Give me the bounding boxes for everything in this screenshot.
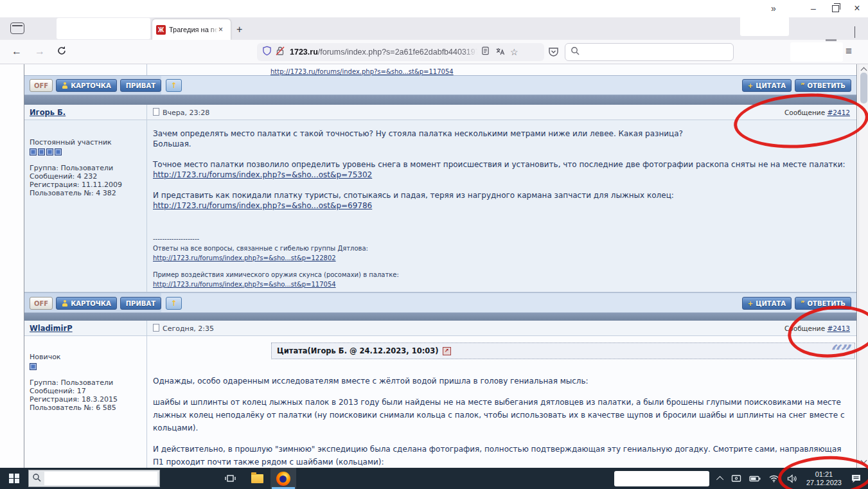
previous-post-tail: http://1723.ru/forums/index.php?s=&sho..… [24,64,856,75]
post-icon [153,108,159,116]
quote-title: Цитата(Игорь Б. @ 24.12.2023, 10:03) [277,346,439,355]
task-view-button[interactable] [217,468,244,489]
display-tray-icon[interactable] [731,474,741,483]
restore-button[interactable] [824,1,846,16]
quote-header: Цитата(Игорь Б. @ 24.12.2023, 10:03) ↗ “… [271,342,855,359]
new-tab-button[interactable]: + [236,24,242,35]
post-text: Зачем определять место палатки с такой т… [153,129,850,211]
close-button[interactable]: × [846,1,868,16]
text-line: Пример воздействия химического оружия ск… [153,271,399,278]
firefox-taskbar-button[interactable] [270,468,296,489]
post-toolbar-row: OFF КАРТОЧКА ПРИВАТ ↑ +ЦИТАТА ”ОТВЕТИТЬ [24,75,856,95]
windows-taskbar: 01:21 27.12.2023 [0,468,868,489]
minimize-button[interactable]: – [802,1,824,16]
post-link[interactable]: http://1723.ru/forums/index.php?s=&sho..… [153,201,372,210]
rank-pip-icon [46,148,53,156]
rank-pip-icon [55,148,62,156]
user-rank: Новичок [30,353,142,361]
redaction-mark [826,39,837,41]
page-viewport: http://1723.ru/forums/index.php?s=&sho..… [0,64,858,468]
card-button[interactable]: КАРТОЧКА [56,297,117,310]
list-all-tabs-icon[interactable] [855,26,855,38]
text-line: Ответы на все вопросы, связанные с гибел… [153,245,368,252]
quote-marks-icon: ” [801,300,805,307]
search-bar[interactable] [565,43,734,61]
plus-icon: + [748,300,753,307]
reload-icon[interactable] [57,46,67,58]
author-link[interactable]: Игорь Б. [30,108,66,117]
reader-mode-icon[interactable] [481,46,490,58]
tab-title: Трагедия на перевале Дятлов [169,26,218,33]
url-text: 1723.ru/forums/index.php?s=2a61fe62dabfb… [290,48,477,57]
off-button[interactable]: OFF [30,297,53,310]
text-line: шайбы и шплинты от колец лыжных палок в … [153,398,845,432]
post-toolbar-row: OFF КАРТОЧКА ПРИВАТ ↑ +ЦИТАТА ”ОТВЕТИТЬ [24,292,856,313]
post-link[interactable]: http://1723.ru/forums/index.php?s=&sho..… [153,170,372,179]
text-line: Однажды, особо одаренным исследователям … [153,377,589,386]
post2-body: Новичок Группа: ПользователиСообщений: 1… [24,336,856,468]
post-separator-bar [24,313,856,321]
scroll-top-button[interactable]: ↑ [166,79,182,92]
private-button[interactable]: ПРИВАТ [120,297,161,310]
card-button[interactable]: КАРТОЧКА [56,79,117,92]
windows-logo-icon [9,474,19,484]
post2-header: WladimirP Сегодня, 2:35 Сообщение #2413 [24,321,856,336]
text-line: Регистрация: 18.3.2015 [30,395,118,404]
post1-header: Игорь Б. Вчера, 23:28 Сообщение #2412 [24,105,856,120]
search-icon [571,46,580,58]
text-line: Зачем определять место палатки с такой т… [153,129,683,138]
scroll-top-button[interactable]: ↑ [166,297,182,310]
insecure-lock-icon[interactable] [276,46,285,58]
toolbar-overflow-button[interactable]: » [763,1,784,16]
rank-pip-icon [30,148,37,156]
taskbar-search-input[interactable] [44,472,157,485]
start-button[interactable] [0,468,28,489]
forum-topic-table: http://1723.ru/forums/index.php?s=&sho..… [24,64,857,468]
file-explorer-button[interactable] [244,468,270,489]
tray-expand-icon[interactable] [718,476,723,481]
post-link[interactable]: http://1723.ru/forums/index.php?s=&sho..… [153,254,336,262]
blank-tab-area [57,18,150,39]
pocket-icon[interactable] [548,46,559,60]
tab-close-icon[interactable]: × [218,25,223,34]
private-button[interactable]: ПРИВАТ [120,79,161,92]
firefox-view-icon[interactable] [10,22,24,34]
menu-icon[interactable]: ≡ [846,45,852,58]
tab-dyatlov-topic[interactable]: Ж Трагедия на перевале Дятлов × [152,19,231,40]
forward-icon[interactable]: → [35,46,45,57]
reply-button[interactable]: ”ОТВЕТИТЬ [795,79,851,92]
redacted-tray-area [614,471,709,486]
user-stats: Группа: ПользователиСообщений: 4 232Реги… [30,164,142,197]
search-icon [32,473,41,485]
text-line: Регистрация: 11.11.2009 [30,181,122,189]
user-rank: Постоянный участник [30,138,142,147]
post-date: Вчера, 23:28 [153,108,209,117]
snapback-icon[interactable]: ↗ [443,347,451,355]
post-link[interactable]: http://1723.ru/forums/index.php?s=&sho..… [153,281,336,288]
text-line: Точное место палатки позволило определит… [153,160,846,169]
rank-pip-icon [30,363,37,370]
url-bar[interactable]: 1723.ru/forums/index.php?s=2a61fe62dabfb… [257,43,544,61]
back-icon[interactable]: ← [12,46,22,57]
author-link[interactable]: WladimirP [30,324,73,333]
tracking-shield-icon[interactable] [262,46,272,58]
file-explorer-icon [251,474,263,483]
previous-post-usercol [24,64,147,75]
text-line: Группа: Пользователи [30,378,113,387]
translate-icon[interactable] [495,46,505,58]
text-line: Пользователь №: 4 382 [30,189,116,197]
quote-button[interactable]: +ЦИТАТА [742,79,792,92]
text-line: Большая. [153,139,191,148]
bookmark-star-icon[interactable]: ☆ [510,48,518,57]
rank-pip-icon [38,148,45,156]
firefox-icon [276,472,290,486]
person-icon [62,300,68,307]
person-icon [62,82,68,89]
rank-pips [30,148,142,157]
quote-button[interactable]: +ЦИТАТА [742,297,792,310]
battery-icon[interactable] [749,475,761,483]
user-stats: Группа: ПользователиСообщений: 17Регистр… [30,378,142,412]
taskbar-search-box[interactable] [28,470,160,487]
off-button[interactable]: OFF [30,79,53,92]
scrollbar-thumb[interactable] [860,73,867,103]
